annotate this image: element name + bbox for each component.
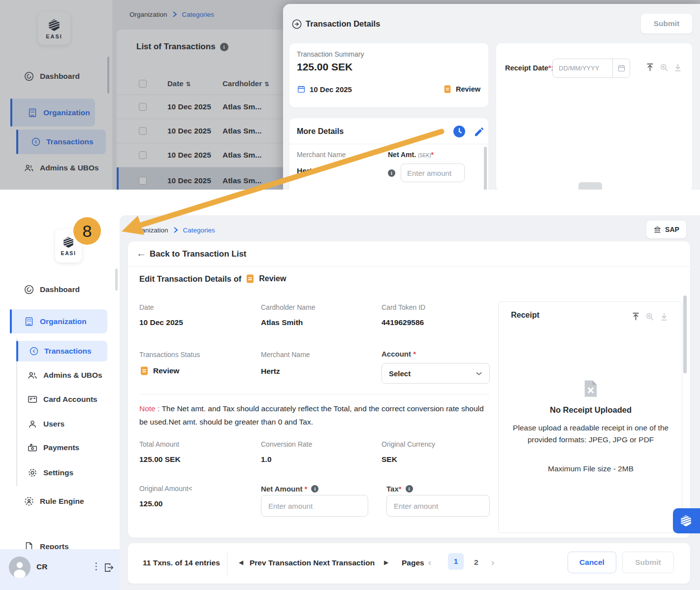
original-currency-label: Original Currency <box>382 440 435 448</box>
info-icon[interactable]: i <box>388 169 395 177</box>
required-asterisk: * <box>399 485 402 493</box>
tax-input[interactable] <box>386 495 490 517</box>
dashboard-icon <box>24 284 34 295</box>
more-options-icon[interactable]: ⋮ <box>92 560 101 572</box>
status-badge: Review <box>139 366 179 376</box>
users-icon <box>27 419 38 429</box>
sidebar-item-label: Settings <box>43 468 73 477</box>
summary-date: 10 Dec 2025 <box>297 85 352 94</box>
back-link[interactable]: Back to Transaction List <box>150 249 247 259</box>
pages-label: Pages <box>402 558 424 567</box>
account-select[interactable]: Select <box>382 363 490 384</box>
summary-date-text: 10 Dec 2025 <box>310 85 352 94</box>
sidebar-item-transactions[interactable]: € Transactions <box>16 341 107 361</box>
chevron-down-icon <box>476 371 482 376</box>
bank-icon <box>653 226 662 234</box>
required-asterisk: * <box>431 151 434 159</box>
summary-amount: 125.00 SEK <box>297 61 352 73</box>
upload-icon[interactable] <box>631 311 641 322</box>
download-icon[interactable] <box>659 312 669 322</box>
prev-transaction-icon[interactable]: ◀ <box>239 559 243 566</box>
cardholder-label: Cardholder Name <box>261 303 316 311</box>
page-prev-icon[interactable]: ‹ <box>428 557 431 568</box>
divider <box>128 266 690 267</box>
sidebar-item-organization[interactable]: Organization <box>10 309 107 333</box>
merchant-name-label: Merchant Name <box>261 351 310 359</box>
calendar-icon <box>297 85 306 94</box>
transactions-status-label: Transactions Status <box>139 351 200 359</box>
drawer-submit-button[interactable]: Submit <box>641 14 692 33</box>
cancel-button[interactable]: Cancel <box>568 552 616 573</box>
main-content: Organization Categories SAP ← Back to Tr… <box>120 215 700 590</box>
breadcrumb-categories[interactable]: Categories <box>183 227 215 234</box>
sap-button[interactable]: SAP <box>646 221 686 238</box>
original-currency-value: SEK <box>382 455 397 464</box>
chat-widget-button[interactable] <box>673 508 700 533</box>
net-amount-input[interactable] <box>261 495 368 517</box>
submit-button[interactable]: Submit <box>622 552 674 573</box>
review-status-icon <box>139 366 149 376</box>
more-details-heading: More Details <box>297 127 344 136</box>
card-scrollbar[interactable] <box>683 295 687 373</box>
history-clock-icon[interactable] <box>453 125 466 138</box>
sidebar-item-dashboard[interactable]: Dashboard <box>24 284 80 295</box>
no-receipt-body: Please upload a readable receipt in one … <box>512 422 669 446</box>
cardholder-value: Atlas Smith <box>261 318 303 327</box>
sidebar-item-rule-engine[interactable]: Rule Engine <box>24 496 84 507</box>
transaction-details-drawer: Transaction Details Submit Transaction S… <box>283 4 700 190</box>
upload-icon[interactable] <box>645 62 655 72</box>
account-select-value: Select <box>389 369 411 378</box>
sidebar-item-admins-ubos[interactable]: Admins & UBOs <box>27 370 102 381</box>
date-value: 10 Dec 2025 <box>139 318 183 327</box>
logout-icon[interactable] <box>103 562 115 573</box>
calendar-picker-button[interactable] <box>612 59 630 78</box>
sidebar: EASI Dashboard Organizatio <box>0 215 120 590</box>
sidebar-item-payments[interactable]: Payments <box>27 442 79 453</box>
no-receipt-icon <box>580 378 601 399</box>
net-amount-input[interactable] <box>401 164 465 182</box>
sidebar-item-label: Users <box>43 420 64 428</box>
sidebar-scrollbar[interactable] <box>115 268 118 291</box>
avatar[interactable] <box>9 557 31 578</box>
bottom-view: EASI Dashboard Organizatio <box>0 215 700 590</box>
page-title-text: Edit Transaction Details of <box>139 274 241 284</box>
receipt-placeholder-icon <box>578 182 602 190</box>
total-amount-label: Total Amount <box>139 440 179 448</box>
required-asterisk: * <box>413 350 416 358</box>
status-badge: Review <box>443 85 480 94</box>
edit-transaction-card: ← Back to Transaction List Edit Transact… <box>128 241 690 538</box>
active-indicator <box>10 309 12 333</box>
prev-next-transaction[interactable]: Prev Transaction Next Transaction <box>250 558 375 567</box>
note-label: Note <box>139 404 156 413</box>
page-number-current[interactable]: 1 <box>448 553 464 570</box>
breadcrumb-organization[interactable]: Organization <box>130 227 168 234</box>
summary-heading: Transaction Summary <box>297 50 364 58</box>
page-title: Edit Transaction Details of Review <box>139 274 286 284</box>
calendar-icon <box>617 64 626 72</box>
sidebar-item-settings[interactable]: Settings <box>27 467 73 478</box>
zoom-in-icon[interactable] <box>659 63 669 72</box>
total-amount-value: 125.00 SEK <box>139 455 181 464</box>
active-indicator <box>16 341 18 361</box>
info-icon[interactable]: i <box>406 485 413 492</box>
page-next-icon[interactable]: › <box>491 557 494 568</box>
circle-arrow-icon[interactable] <box>291 19 302 30</box>
sidebar-item-users[interactable]: Users <box>27 419 64 429</box>
easi-hexagon-icon <box>62 236 75 249</box>
receipt-title: Receipt <box>511 311 540 320</box>
edit-pencil-icon[interactable] <box>474 126 485 137</box>
net-amt-unit: (SEK) <box>418 153 431 158</box>
download-icon[interactable] <box>673 63 683 72</box>
sidebar-item-card-accounts[interactable]: Card Accounts <box>27 394 97 405</box>
card-scrollbar[interactable] <box>484 147 487 190</box>
back-arrow-icon[interactable]: ← <box>136 248 146 259</box>
page-number[interactable]: 2 <box>474 558 478 567</box>
info-icon[interactable]: i <box>311 485 318 492</box>
status-badge-text: Review <box>153 366 179 375</box>
receipt-date-input[interactable] <box>552 59 613 78</box>
next-transaction-icon[interactable]: ▶ <box>384 559 388 566</box>
zoom-in-icon[interactable] <box>645 312 655 322</box>
transactions-euro-icon: € <box>29 346 39 356</box>
sidebar-item-label: Dashboard <box>40 285 80 294</box>
settings-gear-icon <box>27 467 38 478</box>
